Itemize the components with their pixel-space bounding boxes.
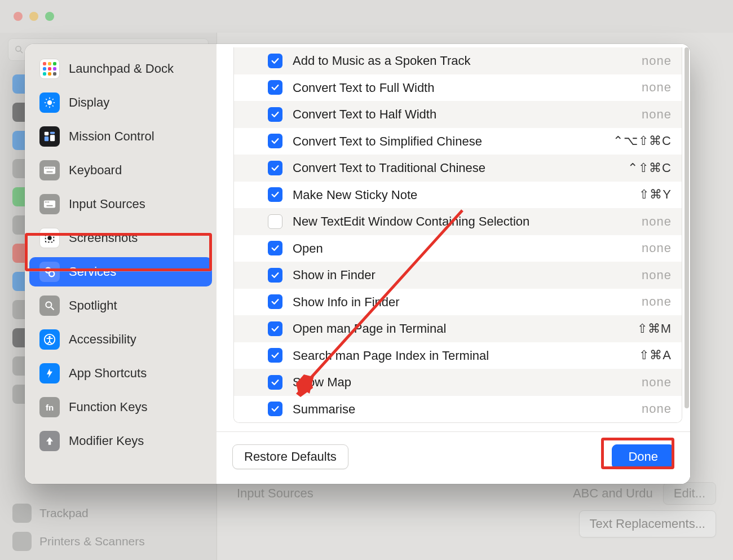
service-row[interactable]: Convert Text to Half Widthnone [234,101,682,128]
done-button[interactable]: Done [612,444,674,469]
service-row[interactable]: New TextEdit Window Containing Selection… [234,208,682,235]
service-checkbox[interactable] [268,321,282,336]
svg-rect-12 [50,132,55,134]
svg-line-33 [51,307,54,310]
service-label: Summarise [293,398,642,421]
service-row[interactable]: Open man Page in Terminal⇧⌘M [234,315,682,342]
svg-line-8 [52,105,54,107]
sidebar-item-app-shortcuts[interactable]: App Shortcuts [29,359,212,388]
service-shortcut[interactable]: none [642,80,672,95]
function-keys-icon: fn [39,397,60,417]
service-label: Make New Sticky Note [293,184,639,206]
sidebar-item-services[interactable]: Services [29,257,212,286]
display-icon [39,92,60,113]
service-row[interactable]: Convert Text to Simplified Chinese⌃⌥⇧⌘C [234,128,682,155]
sidebar-item-label: Modifier Keys [69,434,144,448]
service-checkbox[interactable] [268,107,282,122]
service-row[interactable]: Convert Text to Full Widthnone [234,74,682,102]
service-label: Add to Music as a Spoken Track [293,50,642,72]
keyboard-icon [39,160,60,180]
sidebar-item-launchpad[interactable]: Launchpad & Dock [29,54,212,83]
service-shortcut[interactable]: ⌃⇧⌘C [628,161,672,175]
service-checkbox[interactable] [268,402,282,416]
service-row[interactable]: Search man Page Index in Terminal⇧⌘A [234,342,682,369]
sidebar-item-label: Keyboard [69,163,122,178]
service-checkbox[interactable] [268,268,282,283]
sidebar-item-label: Launchpad & Dock [69,61,174,76]
service-row[interactable]: Opennone [234,235,682,262]
svg-point-35 [48,336,51,338]
service-checkbox[interactable] [268,80,282,95]
sidebar-item-label: Mission Control [69,129,154,144]
service-row[interactable]: Make New Sticky Note⇧⌘Y [234,182,682,209]
sidebar-item-spotlight[interactable]: Spotlight [29,291,212,320]
sidebar-item-modifier-keys[interactable]: Modifier Keys [29,426,212,456]
svg-rect-27 [47,205,53,206]
service-row[interactable]: Show Mapnone [234,369,682,396]
service-shortcut[interactable]: ⇧⌘M [637,321,672,336]
sidebar-item-function-keys[interactable]: fn Function Keys [29,393,212,422]
service-label: Convert Text to Simplified Chinese [293,130,613,153]
svg-rect-13 [50,135,55,141]
service-row[interactable]: Summarisenone [234,396,682,423]
service-checkbox[interactable] [268,134,282,148]
sheet-sidebar: Launchpad & Dock Display Mission Control… [25,44,217,484]
service-checkbox[interactable] [268,375,282,390]
service-checkbox[interactable] [268,54,282,68]
svg-point-32 [46,302,51,307]
service-shortcut[interactable]: none [642,402,672,416]
service-shortcut[interactable]: none [642,375,672,390]
launchpad-icon [39,59,60,79]
service-row[interactable]: Add to Music as a Spoken Tracknone [234,47,682,74]
service-checkbox[interactable] [268,241,282,255]
screenshots-icon [39,228,60,248]
app-shortcuts-icon [39,363,60,383]
input-sources-icon [39,194,60,214]
sidebar-item-input-sources[interactable]: Input Sources [29,189,212,219]
service-label: Convert Text to Traditional Chinese [293,157,628,179]
restore-defaults-button[interactable]: Restore Defaults [232,444,348,469]
service-label: Search man Page Index in Terminal [293,345,639,367]
service-checkbox[interactable] [268,294,282,309]
service-label: Show Map [293,371,642,394]
service-checkbox[interactable] [268,348,282,363]
sidebar-item-mission-control[interactable]: Mission Control [29,122,212,151]
svg-rect-16 [45,167,46,169]
service-shortcut[interactable]: none [642,54,672,68]
service-shortcut[interactable]: ⇧⌘A [639,348,672,363]
service-shortcut[interactable]: none [642,214,672,229]
service-checkbox[interactable] [268,187,282,202]
service-row[interactable]: Show in Findernone [234,262,682,289]
sidebar-item-accessibility[interactable]: Accessibility [29,325,212,354]
service-checkbox[interactable] [268,161,282,175]
service-shortcut[interactable]: none [642,294,672,309]
modifier-keys-icon [39,431,60,451]
service-checkbox[interactable] [268,214,282,229]
sidebar-item-label: App Shortcuts [69,366,147,381]
sheet-footer: Restore Defaults Done [217,431,690,484]
service-label: Show in Finder [293,264,642,286]
svg-rect-21 [53,167,54,169]
sidebar-item-screenshots[interactable]: Screenshots [29,223,212,253]
svg-rect-24 [45,201,46,202]
service-label: New TextEdit Window Containing Selection [293,210,642,233]
service-shortcut[interactable]: ⌃⌥⇧⌘C [613,134,672,148]
scrollbar[interactable] [685,47,689,408]
services-list: Add to Music as a Spoken TracknoneConver… [233,47,682,423]
sidebar-item-label: Services [69,264,116,279]
service-row[interactable]: Convert Text to Traditional Chinese⌃⇧⌘C [234,155,682,182]
service-label: Show Info in Finder [293,291,642,314]
svg-rect-20 [51,167,52,169]
service-shortcut[interactable]: ⇧⌘Y [639,187,672,202]
service-shortcut[interactable]: none [642,107,672,122]
svg-rect-11 [45,132,48,135]
service-label: Open man Page in Terminal [293,318,637,340]
service-row[interactable]: Show Info in Findernone [234,289,682,316]
service-shortcut[interactable]: none [642,268,672,283]
svg-rect-22 [47,171,53,173]
sidebar-item-keyboard[interactable]: Keyboard [29,156,212,185]
mission-control-icon [39,126,60,147]
sidebar-item-display[interactable]: Display [29,88,212,117]
service-shortcut[interactable]: none [642,241,672,255]
svg-point-2 [47,100,52,105]
